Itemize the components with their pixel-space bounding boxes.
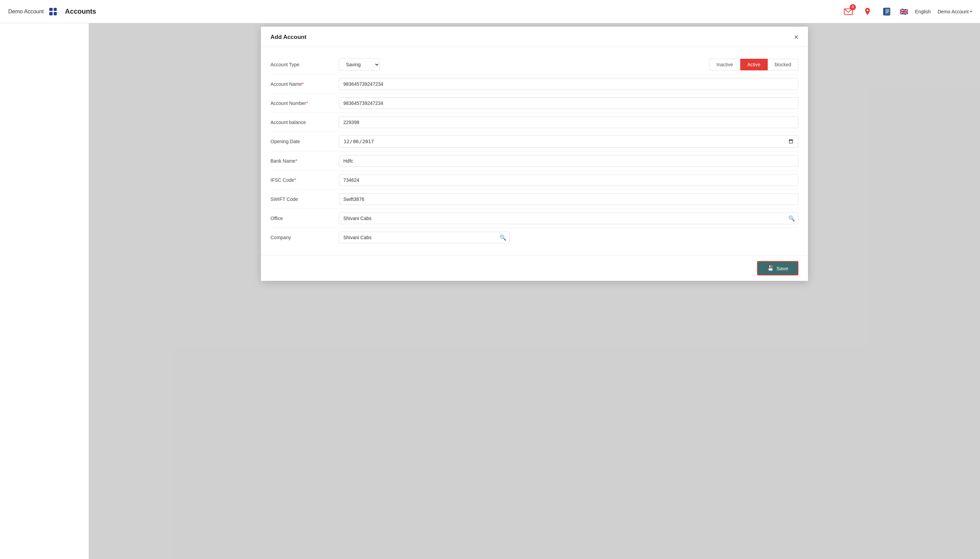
- office-search-wrapper: 🔍: [339, 213, 798, 224]
- status-group: Inactive Active blocked: [709, 59, 798, 70]
- account-number-row: Account Number*: [270, 94, 798, 113]
- office-row: Office 🔍: [270, 209, 798, 228]
- office-input[interactable]: [339, 213, 798, 224]
- book-icon: [882, 7, 891, 17]
- ifsc-code-input[interactable]: [339, 174, 798, 186]
- main-content: Add Account × Account Type Saving Inacti…: [89, 23, 980, 559]
- swift-code-input[interactable]: [339, 194, 798, 205]
- company-row: Company 🔍: [270, 228, 798, 247]
- grid-icon[interactable]: [49, 8, 57, 15]
- status-inactive-button[interactable]: Inactive: [709, 59, 740, 70]
- notification-badge: 0: [850, 4, 856, 10]
- layout: Add Account × Account Type Saving Inacti…: [0, 23, 980, 559]
- account-dropdown[interactable]: Demo Account ▾: [938, 9, 972, 14]
- header-right: 0 🇬🇧 English Demo Account ▾: [842, 5, 972, 18]
- opening-date-row: Opening Date: [270, 132, 798, 151]
- office-label: Office: [270, 216, 339, 221]
- account-name-input[interactable]: [339, 78, 798, 90]
- office-search-button[interactable]: 🔍: [788, 215, 795, 222]
- account-balance-row: Account balance: [270, 113, 798, 132]
- account-type-row: Account Type Saving Inactive Active bloc…: [270, 55, 798, 74]
- ifsc-code-label: IFSC Code*: [270, 177, 339, 183]
- ifsc-code-row: IFSC Code*: [270, 170, 798, 190]
- account-number-label: Account Number*: [270, 101, 339, 106]
- account-name-row: Account Name*: [270, 74, 798, 94]
- opening-date-label: Opening Date: [270, 139, 339, 144]
- swift-code-row: SWIFT Code: [270, 190, 798, 209]
- header-title: Accounts: [65, 8, 96, 15]
- modal-title: Add Account: [270, 34, 307, 41]
- chevron-down-icon: ▾: [970, 10, 972, 13]
- location-icon-btn[interactable]: [861, 5, 874, 18]
- svg-point-1: [867, 9, 869, 11]
- bank-name-input[interactable]: [339, 155, 798, 167]
- modal-body: Account Type Saving Inactive Active bloc…: [261, 47, 808, 255]
- account-number-input[interactable]: [339, 98, 798, 109]
- bank-name-row: Bank Name*: [270, 151, 798, 170]
- modal: Add Account × Account Type Saving Inacti…: [261, 26, 808, 281]
- header: Demo Account Accounts 0: [0, 0, 980, 23]
- bank-name-label: Bank Name*: [270, 158, 339, 164]
- modal-header: Add Account ×: [261, 26, 808, 47]
- modal-footer: 💾 Save: [261, 255, 808, 281]
- save-label: Save: [776, 266, 788, 271]
- company-label: Company: [270, 235, 339, 240]
- save-button[interactable]: 💾 Save: [757, 261, 798, 275]
- account-balance-input[interactable]: [339, 116, 798, 128]
- header-logo: Demo Account: [8, 8, 44, 15]
- company-search-wrapper: 🔍: [339, 232, 510, 243]
- company-search-button[interactable]: 🔍: [499, 235, 506, 241]
- book-icon-btn[interactable]: [881, 5, 893, 18]
- account-type-select[interactable]: Saving: [339, 58, 380, 71]
- swift-code-label: SWIFT Code: [270, 197, 339, 202]
- status-blocked-button[interactable]: blocked: [768, 59, 798, 70]
- account-balance-label: Account balance: [270, 119, 339, 125]
- language-label: English: [915, 9, 931, 14]
- sidebar: [0, 23, 89, 559]
- opening-date-input[interactable]: [339, 135, 798, 147]
- svg-rect-3: [885, 8, 890, 15]
- account-name-label: Account Name*: [270, 81, 339, 87]
- account-type-label: Account Type: [270, 62, 339, 67]
- header-left: Demo Account Accounts: [8, 8, 96, 15]
- status-active-button[interactable]: Active: [740, 59, 768, 70]
- flag-icon: 🇬🇧: [900, 8, 908, 16]
- close-button[interactable]: ×: [794, 33, 798, 41]
- location-icon: [863, 7, 872, 17]
- company-input[interactable]: [339, 232, 510, 243]
- save-icon: 💾: [767, 265, 774, 271]
- mail-icon-btn[interactable]: 0: [842, 5, 854, 18]
